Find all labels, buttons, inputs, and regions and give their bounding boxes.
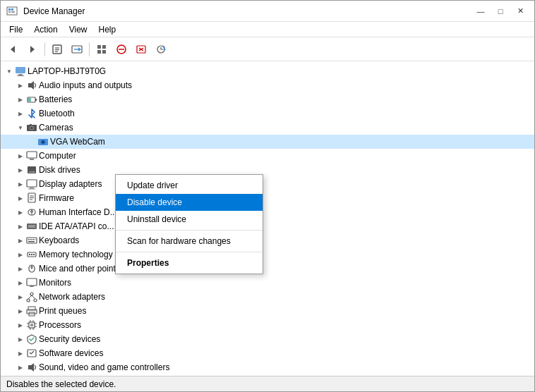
audio-icon — [26, 80, 37, 91]
tree-item-display[interactable]: ▶ Display adapters — [1, 177, 534, 191]
minimize-button[interactable]: — — [472, 4, 489, 19]
svg-rect-56 — [27, 238, 37, 243]
forward-button[interactable] — [23, 40, 42, 59]
svg-rect-1 — [8, 8, 11, 11]
tree-item-memory[interactable]: ▶ Memory technology devices — [1, 247, 534, 262]
svg-rect-46 — [28, 189, 35, 190]
tree-item-keyboards[interactable]: ▶ Keyboards — [1, 233, 534, 247]
ctx-uninstall-device[interactable]: Uninstall device — [116, 211, 263, 228]
svg-rect-3 — [8, 11, 11, 13]
device-tree[interactable]: ▼ LAPTOP-HBJT9T0G ▶ — [1, 61, 534, 376]
uninstall-button[interactable] — [132, 40, 150, 59]
menu-help[interactable]: Help — [93, 23, 122, 36]
back-button[interactable] — [4, 40, 22, 59]
menu-view[interactable]: View — [64, 23, 93, 36]
tree-item-software[interactable]: ▶ Software devices — [1, 346, 534, 360]
svg-point-34 — [31, 127, 33, 129]
battery-icon — [26, 94, 37, 105]
tree-item-sound[interactable]: ▶ Sound, video and game controllers — [1, 360, 534, 374]
menu-file[interactable]: File — [4, 23, 28, 36]
menu-action[interactable]: Action — [28, 23, 63, 36]
keyboard-icon — [26, 235, 37, 246]
tree-item-mice[interactable]: ▶ Mice and other pointing devices — [1, 262, 534, 276]
toolbar-separator-2 — [89, 42, 90, 56]
device-manager-window: Device Manager — □ ✕ File Action View He… — [0, 0, 535, 392]
svg-line-76 — [32, 295, 35, 299]
ctx-separator-1 — [116, 230, 263, 231]
ctx-disable-device[interactable]: Disable device — [116, 194, 263, 211]
tree-item-bluetooth[interactable]: ▶ Bluetooth — [1, 106, 534, 121]
main-content: ▼ LAPTOP-HBJT9T0G ▶ — [1, 61, 534, 376]
tree-root[interactable]: ▼ LAPTOP-HBJT9T0G — [1, 64, 534, 78]
properties-button[interactable] — [48, 40, 66, 59]
maximize-button[interactable]: □ — [492, 4, 509, 19]
tree-item-audio[interactable]: ▶ Audio inputs and outputs — [1, 78, 534, 92]
svg-marker-13 — [78, 47, 81, 51]
svg-rect-55 — [28, 225, 35, 228]
monitor-icon — [26, 277, 37, 288]
tree-item-processors[interactable]: ▶ Processors — [1, 318, 534, 332]
ctx-properties[interactable]: Properties — [116, 255, 263, 271]
tree-item-batteries[interactable]: ▶ Batteries — [1, 92, 534, 106]
show-hidden-button[interactable] — [92, 40, 111, 59]
svg-rect-57 — [28, 239, 30, 240]
svg-point-38 — [42, 141, 44, 143]
mice-expand: ▶ — [15, 263, 26, 274]
update-driver-button[interactable] — [68, 40, 86, 59]
tree-item-print[interactable]: ▶ Print queues — [1, 304, 534, 318]
disk-icon — [26, 164, 37, 176]
disk-label: Disk drives — [39, 165, 80, 175]
firmware-label: Firmware — [39, 193, 74, 203]
sound-icon — [26, 362, 37, 373]
bluetooth-label: Bluetooth — [39, 109, 75, 118]
close-button[interactable]: ✕ — [512, 4, 529, 19]
tree-item-security[interactable]: ▶ Security devices — [1, 332, 534, 346]
svg-rect-0 — [7, 7, 17, 15]
display-icon — [26, 178, 37, 190]
svg-marker-24 — [163, 48, 166, 50]
svg-rect-39 — [27, 152, 37, 158]
print-expand: ▶ — [15, 305, 26, 317]
network-expand: ▶ — [15, 291, 26, 302]
svg-line-91 — [30, 353, 31, 354]
title-bar: Device Manager — □ ✕ — [1, 1, 534, 22]
ide-expand: ▶ — [15, 221, 26, 232]
svg-rect-63 — [29, 254, 30, 255]
hid-label: Human Interface D... — [39, 207, 117, 217]
tree-item-vga-webcam[interactable]: ▶ VGA WebCam — [1, 135, 534, 149]
context-menu: Update driver Disable device Uninstall d… — [115, 174, 263, 274]
svg-rect-45 — [30, 188, 34, 189]
tree-item-ide[interactable]: ▶ IDE ATA/ATAPI co... — [1, 219, 534, 233]
webcam-icon — [37, 136, 49, 147]
memory-icon — [26, 249, 37, 260]
tree-item-disk[interactable]: ▶ Disk drives — [1, 163, 534, 177]
tree-item-cameras[interactable]: ▼ Cameras — [1, 121, 534, 135]
menu-bar: File Action View Help — [1, 22, 534, 37]
software-icon — [26, 348, 37, 359]
svg-rect-81 — [30, 324, 33, 326]
disable-button[interactable] — [112, 40, 131, 59]
title-bar-controls: — □ ✕ — [472, 4, 529, 19]
tree-item-firmware[interactable]: ▶ Firmware — [1, 191, 534, 205]
tree-item-network[interactable]: ▶ Network adapters — [1, 290, 534, 304]
tree-item-computer[interactable]: ▶ Computer — [1, 149, 534, 163]
tree-item-hid[interactable]: ▶ Human Interface D... — [1, 205, 534, 219]
hid-expand: ▶ — [15, 207, 26, 218]
svg-rect-25 — [16, 67, 25, 73]
security-expand: ▶ — [15, 333, 26, 345]
ide-label: IDE ATA/ATAPI co... — [39, 221, 114, 231]
audio-label: Audio inputs and outputs — [39, 80, 132, 90]
bluetooth-icon — [26, 108, 37, 119]
printer-icon — [26, 305, 37, 317]
scan-button[interactable] — [152, 40, 170, 59]
window-title: Device Manager — [23, 6, 85, 16]
ctx-scan-hardware[interactable]: Scan for hardware changes — [116, 233, 263, 250]
tree-item-storage[interactable]: ▶ Storage controllers — [1, 374, 534, 376]
svg-point-73 — [27, 299, 30, 302]
svg-marker-93 — [28, 363, 34, 372]
svg-rect-27 — [17, 75, 24, 76]
ctx-update-driver[interactable]: Update driver — [116, 177, 263, 194]
tree-item-monitors[interactable]: ▶ Monitors — [1, 276, 534, 290]
firmware-icon — [26, 192, 37, 204]
network-label: Network adapters — [39, 292, 105, 302]
